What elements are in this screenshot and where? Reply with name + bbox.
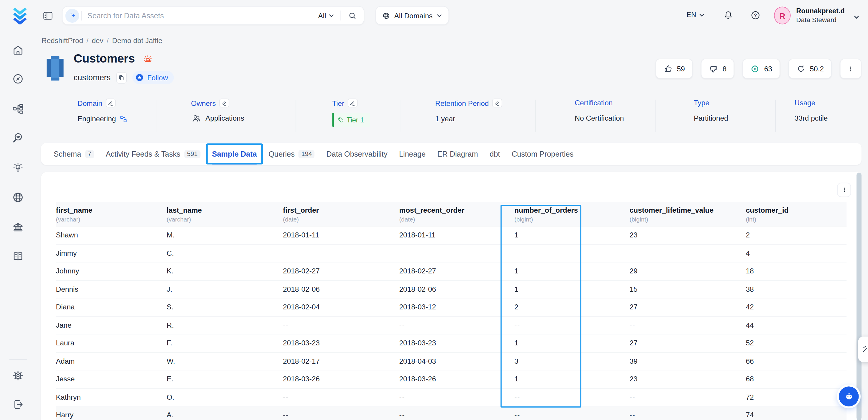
breadcrumb-separator: / xyxy=(107,36,109,45)
sidebar-globe-icon[interactable] xyxy=(11,191,24,204)
sidebar-observe-search-eye-icon[interactable] xyxy=(11,132,24,145)
sidebar-toggle-icon[interactable] xyxy=(43,11,53,20)
table-cell: 27 xyxy=(629,339,746,347)
tab-lineage[interactable]: Lineage xyxy=(399,148,426,159)
sample-data-menu-kebab-icon[interactable] xyxy=(837,183,851,197)
tab-queries[interactable]: Queries 194 xyxy=(269,148,315,159)
tab-activity-feeds[interactable]: Activity Feeds & Tasks 591 xyxy=(105,148,200,159)
meta-owners-value[interactable]: Applications xyxy=(205,114,244,122)
breadcrumb-database[interactable]: dev xyxy=(92,36,103,45)
notifications-bell-icon[interactable] xyxy=(723,10,734,21)
column-header-most-recent-order[interactable]: most_recent_order (date) xyxy=(399,206,514,222)
language-selector[interactable]: EN xyxy=(687,11,705,19)
table-cell: 15 xyxy=(629,285,746,293)
follow-button[interactable]: Follow xyxy=(132,71,174,84)
star-circle-icon xyxy=(135,73,144,82)
edge-floating-button[interactable] xyxy=(858,336,868,362)
table-cell: F. xyxy=(167,339,283,347)
tab-custom-properties[interactable]: Custom Properties xyxy=(512,148,574,159)
sidebar-divider xyxy=(9,359,27,360)
search-divider xyxy=(82,11,82,20)
column-header-customer-id[interactable]: customer_id (int) xyxy=(746,206,847,222)
sidebar-glossary-book-icon[interactable] xyxy=(11,250,24,263)
announcement-alert-icon[interactable] xyxy=(142,53,153,65)
asset-menu-kebab-icon[interactable] xyxy=(840,59,862,79)
user-avatar[interactable]: R xyxy=(774,7,790,25)
copy-icon[interactable] xyxy=(116,72,127,83)
sidebar-lineage-hierarchy-icon[interactable] xyxy=(11,102,24,115)
upvotes-button[interactable]: 59 xyxy=(655,59,693,79)
edit-retention-pencil-icon[interactable] xyxy=(492,98,502,107)
tab-label: Lineage xyxy=(399,150,426,158)
global-search-input[interactable]: Search for Data Assets All xyxy=(62,6,364,25)
sidebar-home-icon[interactable] xyxy=(11,44,24,56)
table-cell: S. xyxy=(167,303,283,311)
table-cell: Harry xyxy=(56,411,167,419)
tab-dbt[interactable]: dbt xyxy=(490,148,500,159)
table-cell: -- xyxy=(283,249,399,257)
meta-domain-value[interactable]: Engineering xyxy=(78,115,116,123)
table-cell: 2018-02-27 xyxy=(399,267,514,275)
table-cell: -- xyxy=(515,249,629,257)
column-header-last-name[interactable]: last_name (varchar) xyxy=(167,206,283,222)
column-header-first-order[interactable]: first_order (date) xyxy=(283,206,399,222)
all-domains-dropdown[interactable]: All Domains xyxy=(375,6,449,25)
follow-label: Follow xyxy=(147,73,168,82)
edit-tier-pencil-icon[interactable] xyxy=(348,98,358,107)
table-cell: A. xyxy=(167,411,283,419)
breadcrumb-schema[interactable]: Demo dbt Jaffle xyxy=(112,36,162,45)
search-scope-label: All xyxy=(318,11,326,20)
table-cell: -- xyxy=(629,321,746,329)
search-icon[interactable] xyxy=(348,11,357,20)
table-cell: 2018-03-23 xyxy=(399,339,514,347)
tab-sample-data[interactable]: Sample Data xyxy=(212,148,257,159)
table-cell: Shawn xyxy=(56,231,167,239)
sidebar-discover-compass-icon[interactable] xyxy=(11,72,24,85)
table-row: HarryA.--------74 xyxy=(56,407,847,420)
score-button[interactable]: 63 xyxy=(743,59,780,79)
sample-data-card: first_name (varchar) last_name (varchar)… xyxy=(41,172,862,420)
sidebar-logout-icon[interactable] xyxy=(11,398,24,411)
edit-domain-pencil-icon[interactable] xyxy=(105,98,116,107)
tab-data-observability[interactable]: Data Observability xyxy=(327,148,388,159)
tab-count-badge: 591 xyxy=(184,150,200,158)
table-cell: Laura xyxy=(56,339,167,347)
edit-owners-pencil-icon[interactable] xyxy=(219,98,229,107)
search-scope-dropdown[interactable]: All xyxy=(318,11,335,20)
sidebar-governance-bank-icon[interactable] xyxy=(11,221,24,234)
breadcrumb-connection[interactable]: RedshiftProd xyxy=(41,36,83,45)
table-cell: 68 xyxy=(746,375,847,383)
column-header-first-name[interactable]: first_name (varchar) xyxy=(56,206,167,222)
table-cell: -- xyxy=(283,321,399,329)
meta-usage: Usage 33rd pctile xyxy=(795,98,828,122)
linked-nodes-icon xyxy=(120,115,127,123)
column-header-customer-lifetime-value[interactable]: customer_lifetime_value (bigint) xyxy=(629,206,746,222)
column-header-number-of-orders[interactable]: number_of_orders (bigint) xyxy=(515,206,629,222)
chevron-down-icon xyxy=(328,12,335,19)
table-cell: -- xyxy=(629,393,746,401)
tab-schema[interactable]: Schema 7 xyxy=(54,148,94,159)
tab-er-diagram[interactable]: ER Diagram xyxy=(437,148,478,159)
popularity-button[interactable]: 50.2 xyxy=(788,59,832,79)
downvotes-button[interactable]: 8 xyxy=(701,59,734,79)
atlan-logo-icon[interactable] xyxy=(12,7,28,24)
svg-text:?: ? xyxy=(754,13,757,18)
chatbot-button[interactable] xyxy=(839,386,859,407)
help-icon[interactable]: ? xyxy=(750,10,761,21)
tab-label: dbt xyxy=(490,150,500,158)
sidebar-settings-gear-icon[interactable] xyxy=(11,369,24,382)
user-menu-chevron-icon[interactable] xyxy=(853,14,860,21)
sidebar-insights-bulb-icon[interactable] xyxy=(11,162,24,174)
user-info[interactable]: Rounakpreet.d Data Steward xyxy=(796,7,844,24)
sample-table-body: ShawnM.2018-01-112018-01-111232JimmyC.--… xyxy=(56,227,847,420)
table-cell: 2018-02-27 xyxy=(283,267,399,275)
table-cell: Kathryn xyxy=(56,393,167,401)
tier-badge[interactable]: Tier 1 xyxy=(332,113,370,127)
ai-sparkle-icon[interactable] xyxy=(65,8,79,22)
table-cell: -- xyxy=(515,321,629,329)
meta-retention-label: Retention Period xyxy=(435,99,489,107)
tab-label: Queries xyxy=(269,150,294,158)
table-cell: -- xyxy=(283,393,399,401)
page-scrollbar[interactable] xyxy=(857,173,862,420)
metadata-row: Domain Engineering Owners xyxy=(41,94,862,138)
